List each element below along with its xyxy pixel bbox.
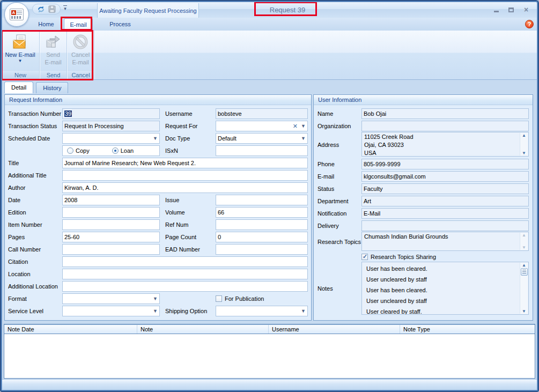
citation-field[interactable] (62, 256, 308, 267)
edition-field[interactable] (62, 207, 160, 218)
title-field[interactable]: Journal of Marine Research; New Web Requ… (62, 158, 308, 168)
delivery-label: Delivery (318, 223, 361, 229)
customize-toolbar-dropdown-icon[interactable]: ▾ (63, 5, 67, 11)
format-dropdown[interactable]: ▼ (62, 293, 160, 304)
additional-title-field[interactable] (62, 170, 308, 181)
copy-radio[interactable]: Copy (67, 147, 90, 154)
column-header-username[interactable]: Username (269, 325, 400, 334)
service-level-dropdown[interactable]: ▼ (62, 306, 160, 316)
tab-detail[interactable]: Detail (4, 82, 33, 93)
phone-field[interactable]: 805-999-9999 (361, 159, 529, 169)
status-bar (2, 379, 537, 390)
chevron-down-icon[interactable]: ▼ (153, 136, 158, 141)
name-label: Name (318, 110, 361, 117)
scroll-up-icon[interactable]: ▲ (522, 133, 526, 138)
issue-field[interactable] (216, 195, 308, 205)
column-header-note[interactable]: Note (137, 325, 269, 334)
ead-number-field[interactable] (216, 244, 308, 255)
clear-icon[interactable]: ✕ (293, 122, 298, 130)
help-button[interactable]: ? (525, 20, 534, 28)
user-information-panel: User Information Name Bob Ojai Organizat… (313, 94, 533, 321)
username-label: Username (165, 110, 216, 117)
research-topics-scrollbar[interactable]: ▲ ▼ (520, 233, 528, 250)
refresh-icon[interactable] (37, 5, 45, 13)
new-email-label: New E-mail (5, 51, 35, 58)
doc-type-dropdown[interactable]: Default▼ (216, 133, 308, 144)
save-icon[interactable] (48, 5, 56, 13)
scheduled-date-dropdown[interactable]: ▼ (62, 133, 160, 144)
notification-label: Notification (318, 210, 361, 217)
for-publication-checkbox[interactable]: For Publication (216, 295, 308, 302)
isxn-field[interactable] (216, 145, 308, 156)
application-menu-button[interactable]: A (4, 2, 29, 27)
send-email-button[interactable]: Send E-mail (41, 32, 65, 69)
chevron-down-icon[interactable]: ▼ (301, 123, 306, 129)
scroll-up-icon[interactable]: ▲ (522, 233, 526, 238)
department-field[interactable]: Art (361, 196, 529, 206)
location-field[interactable] (62, 269, 308, 279)
request-for-dropdown[interactable]: ✕▼ (216, 121, 308, 131)
additional-location-field[interactable] (62, 281, 308, 292)
tab-history[interactable]: History (36, 82, 68, 93)
notification-field[interactable]: E-Mail (361, 208, 529, 219)
ribbon-group-cancel: Cancel E-mail Cancel (68, 31, 94, 79)
author-field[interactable]: Kirwan, A. D. (62, 182, 308, 193)
minimize-button[interactable] (491, 6, 501, 13)
scheduled-date-label: Scheduled Date (8, 135, 62, 142)
chevron-down-icon[interactable]: ▼ (301, 136, 306, 141)
maximize-button[interactable] (506, 6, 516, 13)
cancel-email-button[interactable]: Cancel E-mail (69, 32, 92, 69)
application-window: Awaiting Faculty Request Processing Requ… (0, 0, 539, 392)
scroll-up-icon[interactable]: ▲ (522, 263, 526, 268)
loan-radio[interactable]: Loan (112, 147, 134, 154)
research-topics-label: Research Topics (318, 239, 361, 245)
item-number-field[interactable] (62, 219, 160, 230)
chevron-down-icon[interactable]: ▼ (153, 296, 158, 301)
doc-type-label: Doc Type (165, 135, 216, 142)
scrollbar-thumb[interactable] (521, 268, 528, 276)
notes-scrollbar[interactable]: ▲ ▼ (520, 263, 528, 314)
ref-num-field[interactable] (216, 219, 308, 230)
transaction-number-field[interactable]: 39 (62, 108, 160, 119)
notes-table-body[interactable] (4, 334, 535, 378)
name-field[interactable]: Bob Ojai (361, 108, 529, 119)
transaction-number-label: Transaction Number (8, 110, 62, 117)
transaction-status-field[interactable]: Request In Processing (62, 121, 160, 131)
citation-label: Citation (8, 258, 62, 265)
pages-field[interactable]: 25-60 (62, 232, 160, 242)
username-field[interactable]: bobsteve (216, 108, 308, 119)
chevron-down-icon[interactable]: ▼ (153, 308, 158, 314)
research-topics-sharing-checkbox[interactable]: Research Topics Sharing (361, 254, 529, 260)
tab-home[interactable]: Home (30, 18, 62, 31)
status-field[interactable]: Faculty (361, 183, 529, 194)
cancel-email-label-line1: Cancel (71, 51, 90, 58)
email-field[interactable]: klgconsults@gmail.com (361, 171, 529, 182)
tab-email[interactable]: E-mail (64, 18, 93, 31)
address-field[interactable]: 11025 Creek Road Ojai, CA 93023 USA ▲ ▼ (361, 132, 529, 157)
volume-label: Volume (165, 209, 216, 216)
notes-field[interactable]: User has been cleared. User uncleared by… (361, 262, 529, 315)
ribbon-group-send: Send E-mail Send (40, 31, 67, 79)
close-button[interactable]: × (521, 6, 531, 13)
column-header-note-type[interactable]: Note Type (400, 325, 535, 334)
research-topics-field[interactable]: Chumash Indian Burial Grounds ▲ ▼ (361, 232, 529, 251)
scroll-down-icon[interactable]: ▼ (522, 309, 526, 314)
new-email-button[interactable]: New E-mail ▼ (3, 32, 38, 69)
volume-field[interactable]: 66 (216, 207, 308, 218)
address-scrollbar[interactable]: ▲ ▼ (520, 133, 528, 156)
tab-process[interactable]: Process (103, 18, 137, 31)
shipping-option-dropdown[interactable]: ▼ (216, 306, 308, 316)
cancel-email-label-line2: E-mail (72, 59, 88, 66)
page-count-field[interactable]: 0 (216, 232, 308, 242)
group-label-send: Send (40, 70, 67, 79)
column-header-note-date[interactable]: Note Date (4, 325, 137, 334)
date-field[interactable]: 2008 (62, 195, 160, 205)
ribbon: New E-mail ▼ New Send E-mail Send (2, 31, 537, 80)
scroll-down-icon[interactable]: ▼ (522, 245, 526, 250)
radio-icon (112, 147, 119, 154)
call-number-field[interactable] (62, 244, 160, 255)
scroll-down-icon[interactable]: ▼ (522, 151, 526, 156)
delivery-field[interactable] (361, 220, 529, 231)
chevron-down-icon[interactable]: ▼ (301, 308, 306, 314)
organization-field[interactable] (361, 121, 529, 131)
